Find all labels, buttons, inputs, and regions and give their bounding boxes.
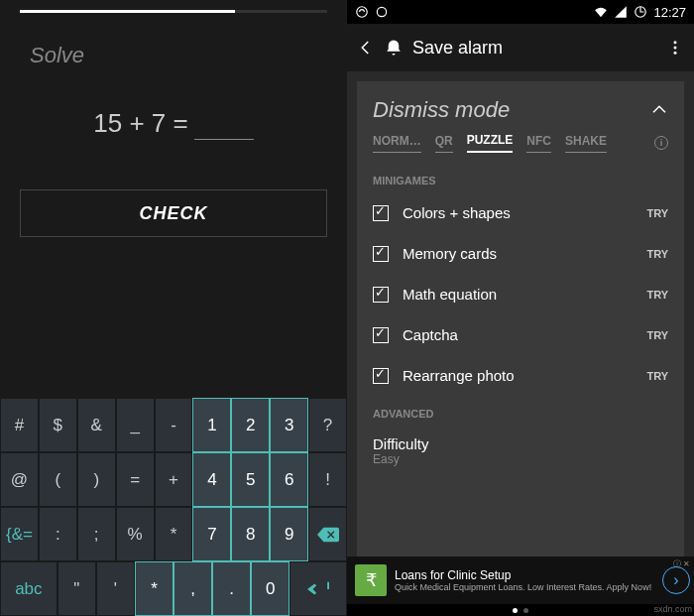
tab-normal[interactable]: NORM…: [373, 134, 421, 153]
key-0[interactable]: 0: [251, 561, 289, 616]
key-symbols[interactable]: {&=: [0, 507, 39, 561]
status-bar: 12:27: [347, 0, 694, 24]
minigame-label: Math equation: [403, 286, 646, 303]
answer-input[interactable]: [194, 108, 254, 140]
tab-puzzle[interactable]: PUZZLE: [467, 133, 514, 153]
minigame-row[interactable]: Captcha TRY: [357, 314, 684, 355]
checkbox-icon[interactable]: [373, 246, 389, 262]
key-rparen[interactable]: ): [77, 452, 116, 507]
key-plus[interactable]: +: [155, 452, 193, 507]
difficulty-label: Difficulty: [373, 435, 668, 452]
backspace-icon[interactable]: [308, 507, 347, 561]
try-button[interactable]: TRY: [646, 289, 668, 301]
key-abc[interactable]: abc: [0, 561, 58, 616]
alarm-icon: [385, 39, 403, 57]
info-icon[interactable]: i: [654, 136, 668, 150]
enter-icon[interactable]: [289, 561, 347, 616]
signal-icon: [614, 5, 628, 19]
navbar-title: Save alarm: [412, 38, 656, 59]
key-1[interactable]: 1: [192, 398, 231, 452]
key-3[interactable]: 3: [270, 398, 308, 452]
key-colon[interactable]: :: [39, 507, 77, 561]
key-comma[interactable]: ,: [174, 561, 212, 616]
ad-subtitle: Quick Medical Equipment Loans. Low Inter…: [395, 582, 651, 592]
pager-dot: [523, 608, 528, 613]
key-underscore[interactable]: _: [116, 398, 155, 452]
chevron-up-icon: [650, 101, 668, 119]
minigame-label: Rearrange photo: [403, 367, 646, 384]
pager-dot: [513, 608, 518, 613]
key-dquote[interactable]: ": [58, 561, 96, 616]
key-lparen[interactable]: (: [39, 452, 77, 507]
key-star[interactable]: *: [155, 507, 193, 561]
ad-arrow-icon[interactable]: ›: [662, 566, 690, 594]
clock-time: 12:27: [653, 5, 686, 20]
keyboard: # $ & _ - 1 2 3 ? @ ( ) = + 4 5 6 ! {&= …: [0, 398, 347, 616]
key-7[interactable]: 7: [192, 507, 231, 561]
key-6[interactable]: 6: [270, 452, 308, 507]
minigame-row[interactable]: Math equation TRY: [357, 274, 684, 314]
svg-point-5: [674, 52, 677, 55]
key-minus[interactable]: -: [155, 398, 193, 452]
back-icon[interactable]: [357, 39, 375, 57]
tab-nfc[interactable]: NFC: [526, 134, 551, 153]
checkbox-icon[interactable]: [373, 368, 389, 384]
key-hash[interactable]: #: [0, 398, 39, 452]
ad-title: Loans for Clinic Setup: [395, 568, 651, 582]
try-button[interactable]: TRY: [646, 329, 668, 341]
key-dollar[interactable]: $: [39, 398, 77, 452]
key-excl[interactable]: !: [308, 452, 347, 507]
navbar: Save alarm: [347, 24, 694, 71]
overflow-icon[interactable]: [666, 39, 684, 57]
try-button[interactable]: TRY: [646, 370, 668, 382]
key-amp[interactable]: &: [77, 398, 116, 452]
checkbox-icon[interactable]: [373, 327, 389, 343]
key-period[interactable]: .: [212, 561, 251, 616]
watermark: sxdn.com: [653, 604, 692, 614]
svg-point-1: [377, 7, 386, 16]
minigame-row[interactable]: Rearrange photo TRY: [357, 355, 684, 396]
difficulty-value: Easy: [373, 452, 668, 466]
circle-icon: [375, 5, 389, 19]
tab-shake[interactable]: SHAKE: [565, 134, 607, 153]
key-squote[interactable]: ': [96, 561, 135, 616]
pager: [347, 604, 694, 616]
minigame-label: Colors + shapes: [403, 204, 646, 221]
minigame-label: Memory cards: [403, 245, 646, 262]
try-button[interactable]: TRY: [646, 207, 668, 219]
try-button[interactable]: TRY: [646, 248, 668, 260]
key-semicolon[interactable]: ;: [77, 507, 116, 561]
minigames-label: MINIGAMES: [357, 163, 684, 192]
key-question[interactable]: ?: [308, 398, 347, 452]
checkbox-icon[interactable]: [373, 287, 389, 303]
svg-point-0: [357, 7, 368, 18]
difficulty-row[interactable]: Difficulty Easy: [357, 426, 684, 476]
key-2[interactable]: 2: [231, 398, 270, 452]
key-5[interactable]: 5: [231, 452, 270, 507]
tabs: NORM… QR PUZZLE NFC SHAKE i: [357, 133, 684, 163]
equation-text: 15 + 7 =: [93, 108, 187, 139]
key-star2[interactable]: *: [135, 561, 174, 616]
dismiss-mode-card: Dismiss mode NORM… QR PUZZLE NFC SHAKE i…: [357, 81, 684, 556]
battery-icon: [634, 5, 647, 19]
svg-point-3: [674, 41, 677, 44]
card-title: Dismiss mode: [373, 97, 650, 123]
key-percent[interactable]: %: [116, 507, 155, 561]
ad-icon: ₹: [355, 564, 387, 596]
minigame-row[interactable]: Memory cards TRY: [357, 233, 684, 274]
card-header[interactable]: Dismiss mode: [357, 81, 684, 133]
svg-point-4: [674, 47, 677, 50]
advanced-label: ADVANCED: [357, 396, 684, 426]
minigame-label: Captcha: [403, 326, 646, 343]
ad-banner[interactable]: ₹ Loans for Clinic Setup Quick Medical E…: [347, 556, 694, 604]
math-equation: 15 + 7 =: [0, 88, 347, 189]
key-at[interactable]: @: [0, 452, 39, 507]
key-9[interactable]: 9: [270, 507, 308, 561]
key-equals[interactable]: =: [116, 452, 155, 507]
key-8[interactable]: 8: [231, 507, 270, 561]
checkbox-icon[interactable]: [373, 205, 389, 221]
key-4[interactable]: 4: [192, 452, 231, 507]
check-button[interactable]: CHECK: [20, 189, 327, 237]
tab-qr[interactable]: QR: [435, 134, 453, 153]
minigame-row[interactable]: Colors + shapes TRY: [357, 192, 684, 233]
